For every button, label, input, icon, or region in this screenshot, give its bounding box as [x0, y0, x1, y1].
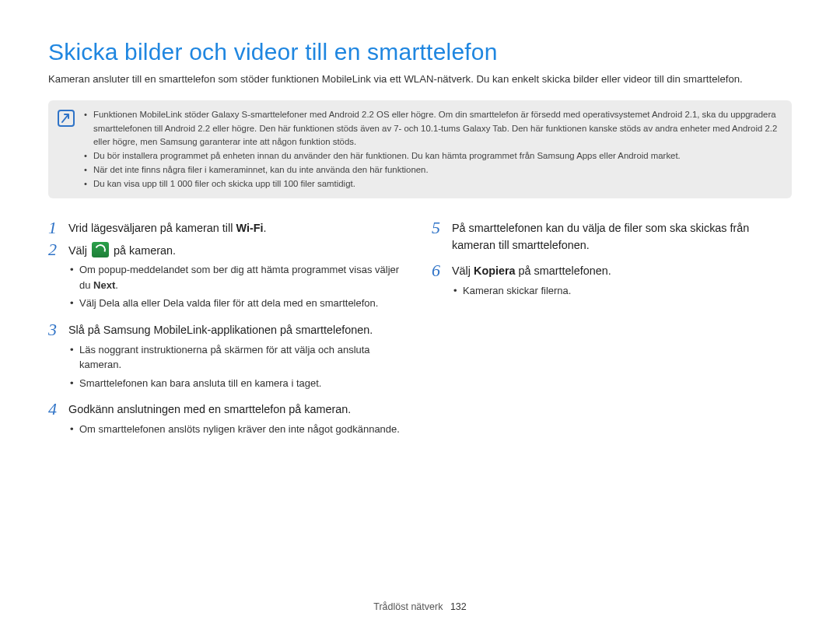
note-item: När det inte finns några filer i kameram… — [84, 163, 779, 177]
step-6-bold: Kopiera — [474, 264, 516, 277]
step-body: Godkänn anslutningen med en smarttelefon… — [68, 400, 400, 443]
step-2-sublist: Om popup-meddelandet som ber dig att häm… — [68, 262, 408, 311]
step-5: 5 På smarttelefonen kan du välja de file… — [432, 219, 792, 254]
step-1: 1 Vrid lägesväljaren på kameran till Wi-… — [48, 219, 408, 237]
step-number: 2 — [48, 240, 68, 317]
note-item: Du kan visa upp till 1 000 filer och ski… — [84, 177, 779, 191]
step-body: På smarttelefonen kan du välja de filer … — [452, 219, 792, 254]
step-2-text-pre: Välj — [68, 244, 90, 257]
left-column: 1 Vrid lägesväljaren på kameran till Wi-… — [48, 219, 408, 446]
right-column: 5 På smarttelefonen kan du välja de file… — [432, 219, 792, 446]
note-item: Funktionen MobileLink stöder Galaxy S-sm… — [84, 108, 779, 149]
step-5-text: På smarttelefonen kan du välja de filer … — [452, 222, 749, 251]
step-4-sub-a: Om smarttelefonen anslöts nyligen kräver… — [68, 422, 400, 437]
step-number: 4 — [48, 400, 68, 443]
step-6-sublist: Kameran skickar filerna. — [452, 283, 611, 299]
step-3-sublist: Läs noggrant instruktionerna på skärmen … — [68, 342, 408, 391]
step-6: 6 Välj Kopiera på smarttelefonen. Kamera… — [432, 261, 792, 304]
columns: 1 Vrid lägesväljaren på kameran till Wi-… — [48, 219, 792, 446]
step-2-sub-b: Välj Dela alla eller Dela valda filer fö… — [68, 296, 408, 311]
page-title: Skicka bilder och videor till en smartte… — [48, 39, 792, 65]
step-4-sublist: Om smarttelefonen anslöts nyligen kräver… — [68, 422, 400, 437]
wifi-label: Wi-Fi — [236, 222, 263, 234]
mobilelink-icon — [92, 242, 109, 257]
step-2-sub-a-pre: Om popup-meddelandet som ber dig att häm… — [79, 264, 399, 291]
note-item: Du bör installera programmet på enheten … — [84, 149, 779, 163]
step-2-sub-a-bold: Next — [93, 279, 115, 291]
step-1-text-post: . — [263, 222, 266, 234]
note-box: Funktionen MobileLink stöder Galaxy S-sm… — [48, 100, 792, 198]
step-4: 4 Godkänn anslutningen med en smarttelef… — [48, 400, 408, 443]
step-body: Slå på Samsung MobileLink-applikationen … — [68, 321, 408, 397]
step-number: 3 — [48, 321, 68, 397]
step-2-sub-a: Om popup-meddelandet som ber dig att häm… — [68, 262, 408, 292]
step-number: 6 — [432, 261, 452, 304]
footer-page-number: 132 — [450, 601, 467, 612]
page: Skicka bilder och videor till en smartte… — [0, 0, 840, 634]
step-6-sub-a: Kameran skickar filerna. — [452, 283, 611, 299]
note-icon — [58, 110, 75, 127]
step-3-text: Slå på Samsung MobileLink-applikationen … — [68, 324, 373, 336]
step-number: 1 — [48, 219, 68, 237]
step-3-sub-b: Smarttelefonen kan bara ansluta till en … — [68, 376, 408, 391]
footer: Trådlöst nätverk 132 — [0, 601, 840, 612]
step-3: 3 Slå på Samsung MobileLink-applikatione… — [48, 321, 408, 397]
note-list: Funktionen MobileLink stöder Galaxy S-sm… — [84, 108, 779, 191]
step-2-sub-a-post: . — [115, 279, 118, 291]
step-1-text-pre: Vrid lägesväljaren på kameran till — [68, 222, 236, 234]
step-3-sub-a: Läs noggrant instruktionerna på skärmen … — [68, 342, 408, 373]
step-6-text-post: på smarttelefonen. — [516, 264, 611, 277]
step-4-text: Godkänn anslutningen med en smarttelefon… — [68, 403, 351, 415]
step-2-text-post: på kameran. — [110, 244, 176, 257]
intro-paragraph: Kameran ansluter till en smarttelefon so… — [48, 72, 792, 86]
step-2: 2 Välj på kameran. Om popup-meddelandet … — [48, 240, 408, 317]
footer-section: Trådlöst nätverk — [373, 601, 443, 612]
step-body: Vrid lägesväljaren på kameran till Wi-Fi… — [68, 219, 266, 237]
step-body: Välj Kopiera på smarttelefonen. Kameran … — [452, 261, 611, 304]
step-6-text-pre: Välj — [452, 264, 474, 277]
step-number: 5 — [432, 219, 452, 254]
step-body: Välj på kameran. Om popup-meddelandet so… — [68, 240, 408, 317]
